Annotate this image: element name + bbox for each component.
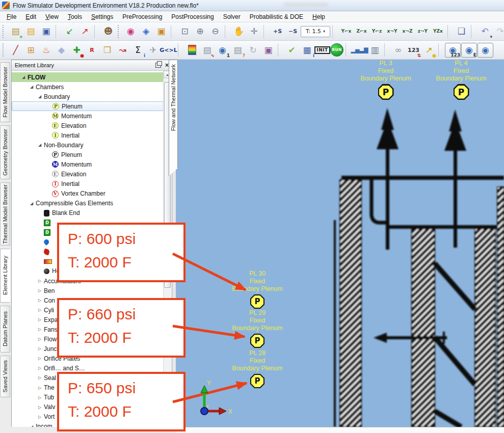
- spline-curve-button[interactable]: ↝: [115, 43, 130, 58]
- pan-button[interactable]: ✋: [231, 24, 246, 39]
- menu-help[interactable]: Help: [308, 12, 330, 22]
- global-local-code-button[interactable]: G<>L: [161, 43, 176, 58]
- menu-postprocessing[interactable]: PostProcessing: [167, 12, 218, 22]
- expander-icon[interactable]: ▷: [38, 366, 44, 370]
- tree-nb-momentum[interactable]: M Momentum: [12, 159, 164, 169]
- sigma-functions-button[interactable]: Σi: [130, 43, 145, 58]
- redo-button[interactable]: ↷: [493, 24, 504, 39]
- plenum-node[interactable]: P: [250, 374, 264, 388]
- tab-flow-and-thermal-network[interactable]: Flow and Thermal Network: [169, 60, 178, 176]
- group-elements-button[interactable]: ❒: [100, 43, 115, 58]
- plot-report-button[interactable]: ▤∿: [200, 43, 215, 58]
- renumber-button[interactable]: 123⇅: [406, 43, 421, 58]
- visibility-one-button[interactable]: ◉1: [215, 43, 230, 58]
- tab-saved-views[interactable]: Saved Views: [0, 356, 10, 397]
- plenum-node[interactable]: P: [378, 84, 394, 100]
- expander-icon[interactable]: ▷: [38, 308, 44, 312]
- aircraft-engine-button[interactable]: ✈: [146, 43, 161, 58]
- network-view-2d-button[interactable]: ◈: [139, 24, 153, 39]
- refresh-button[interactable]: ↻: [246, 43, 260, 58]
- menu-probabilistic-doe[interactable]: Probabilistic & DOE: [245, 12, 308, 22]
- tree-nb-elevation[interactable]: E Elevation: [12, 169, 164, 179]
- chamber-tool-button[interactable]: R: [85, 43, 99, 58]
- view-yz-button[interactable]: Y⌐z: [369, 24, 384, 39]
- plenum-node[interactable]: P: [250, 294, 264, 309]
- network-view-1d-button[interactable]: ◉: [123, 24, 138, 39]
- open-model-button[interactable]: ▤: [23, 24, 38, 39]
- tab-datum-planes[interactable]: Datum Planes: [0, 306, 10, 353]
- expander-icon[interactable]: ▷: [38, 337, 44, 341]
- new-model-button[interactable]: ▤+: [8, 24, 23, 39]
- menu-settings[interactable]: Settings: [87, 12, 118, 22]
- tree-chambers[interactable]: ◢ Chambers: [12, 82, 164, 92]
- network-view-3d-button[interactable]: ▣: [154, 24, 169, 39]
- expander-icon[interactable]: ▷: [38, 327, 44, 332]
- init-button[interactable]: INIT: [315, 43, 330, 58]
- expander-icon[interactable]: ◢: [30, 201, 36, 206]
- expander-icon[interactable]: ▷: [38, 356, 44, 361]
- tree-flow[interactable]: ◢ FLOW: [12, 72, 164, 82]
- undo-button[interactable]: ↶▾: [478, 24, 492, 39]
- tree-compressible-gas[interactable]: ◢ Compressible Gas Elements: [12, 199, 164, 208]
- plenum-node[interactable]: P: [454, 84, 469, 100]
- plenum-node[interactable]: P: [250, 334, 264, 348]
- tab-thermal-model-browser[interactable]: Thermal Model Browser: [0, 182, 10, 246]
- expander-icon[interactable]: ◢: [38, 94, 44, 99]
- save-view-button[interactable]: ▣: [261, 43, 276, 58]
- expander-icon[interactable]: ▷: [38, 405, 44, 410]
- expander-icon[interactable]: ▷: [38, 415, 44, 419]
- view-isometric-button[interactable]: YZx: [431, 24, 445, 39]
- tree-vortex-chamber[interactable]: V Vortex Chamber: [12, 189, 164, 199]
- decrease-symbol-size-button[interactable]: −S: [285, 24, 300, 39]
- tree-blank-end[interactable]: Blank End: [12, 208, 164, 218]
- add-element-button[interactable]: ✚●: [69, 43, 84, 58]
- expander-icon[interactable]: ▷: [38, 317, 44, 322]
- menu-view[interactable]: View: [41, 12, 63, 22]
- zoom-out-button[interactable]: ⊖: [208, 24, 223, 39]
- increase-symbol-size-button[interactable]: +S: [270, 24, 285, 39]
- expander-icon[interactable]: ▷: [38, 288, 44, 293]
- text-size-combo[interactable]: T: 1.5▾: [301, 26, 330, 37]
- tree-boundary[interactable]: ◢ Boundary: [12, 92, 164, 101]
- tree-boundary-momentum[interactable]: M Momentum: [12, 111, 164, 121]
- view-yx-button[interactable]: Y⌐x: [339, 24, 354, 39]
- import-model-button[interactable]: ↙: [62, 24, 77, 39]
- expander-icon[interactable]: ▷: [38, 279, 44, 283]
- menu-edit[interactable]: Edit: [21, 12, 41, 22]
- user-profile-button[interactable]: ☻: [101, 24, 116, 39]
- show-elements-toggle[interactable]: ◉E: [461, 43, 477, 58]
- show-ids-toggle[interactable]: ◉123: [445, 43, 461, 58]
- menu-solver[interactable]: Solver: [219, 12, 245, 22]
- view-zy-button[interactable]: z¬Y: [415, 24, 430, 39]
- close-panel-icon[interactable]: ×: [165, 62, 169, 68]
- tab-flow-model-browser[interactable]: Flow Model Browser: [0, 62, 10, 122]
- display-settings-button[interactable]: ❑: [454, 24, 469, 39]
- run-button[interactable]: RUN: [330, 43, 343, 57]
- expander-icon[interactable]: ▷: [38, 346, 44, 351]
- expander-icon[interactable]: ◢: [30, 85, 36, 89]
- expander-icon[interactable]: ▷: [38, 395, 44, 400]
- combustion-button[interactable]: ♨: [39, 43, 54, 58]
- expander-icon[interactable]: ▷: [38, 298, 44, 303]
- expander-icon[interactable]: ▷: [38, 386, 44, 390]
- tree-boundary-inertial[interactable]: I Inertial: [12, 130, 164, 140]
- tree-bends[interactable]: ▷ Ben: [12, 286, 164, 295]
- calculator-info-button[interactable]: ▦i: [300, 43, 314, 58]
- show-partial-toggle[interactable]: ◉: [478, 43, 493, 58]
- tree-non-boundary[interactable]: ◢ Non-Boundary: [12, 140, 164, 150]
- menu-tools[interactable]: Tools: [63, 12, 87, 22]
- view-xz-button[interactable]: x¬Z: [400, 24, 415, 39]
- check-model-button[interactable]: ✔: [284, 43, 299, 58]
- export-model-button[interactable]: ↗: [77, 24, 92, 39]
- tree-boundary-plenum[interactable]: P Plenum: [12, 101, 164, 111]
- data-table-button[interactable]: ▥: [367, 43, 382, 58]
- view-zx-button[interactable]: Z⌐x: [354, 24, 369, 39]
- tab-element-library[interactable]: Element Library: [0, 249, 10, 303]
- tree-nb-inertial[interactable]: I Inertial: [12, 179, 164, 189]
- results-histogram-button[interactable]: ▂▅▃▇: [352, 43, 367, 58]
- model-tree-button[interactable]: ⊞: [23, 43, 38, 58]
- tree-boundary-elevation[interactable]: E Elevation: [12, 121, 164, 130]
- view-xy-button[interactable]: x¬Y: [385, 24, 400, 39]
- tree-nb-plenum[interactable]: P Plenum: [12, 150, 164, 159]
- tab-geometry-browser[interactable]: Geometry Browser: [0, 125, 10, 179]
